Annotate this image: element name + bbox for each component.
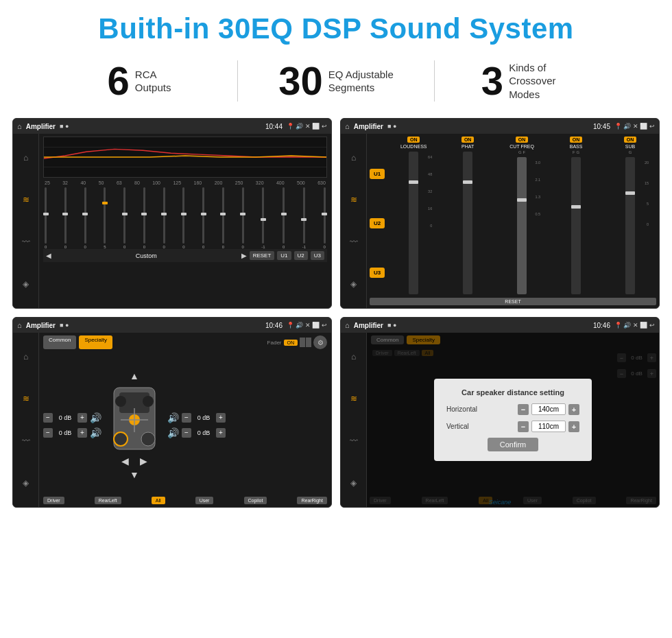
eq-slider-2: 0 — [64, 187, 67, 249]
fader-btn-driver[interactable]: Driver — [43, 497, 64, 504]
amp-sidebar-icon-3[interactable]: 〰 — [350, 237, 358, 247]
screen-fader-dots: ■ ● — [60, 322, 69, 329]
screen-amp-icons: 📍 🔊 ✕ ⬜ ↩ — [614, 123, 655, 130]
eq-sidebar-icon-1[interactable]: ⌂ — [23, 153, 28, 163]
u1-btn[interactable]: U1 — [277, 251, 291, 260]
fader-btn-user[interactable]: User — [195, 497, 214, 504]
eq-freq-labels: 25 32 40 50 63 80 100 125 160 200 250 32… — [43, 180, 327, 185]
modal-horizontal-label: Horizontal — [446, 405, 488, 413]
fader-minus-2[interactable]: − — [43, 428, 53, 438]
amp-u1-btn[interactable]: U1 — [370, 169, 385, 179]
home-icon[interactable]: ⌂ — [17, 122, 22, 130]
amp-phat-slider[interactable] — [463, 152, 472, 294]
screen-fader-icons: 📍 🔊 ✕ ⬜ ↩ — [287, 322, 327, 329]
home-icon-2[interactable]: ⌂ — [345, 122, 350, 130]
amp-channel-phat: ON PHAT — [442, 137, 494, 296]
eq-sidebar-icon-2[interactable]: ≋ — [23, 195, 29, 204]
eq-sidebar-icon-4[interactable]: ◈ — [23, 279, 29, 289]
modal-vertical-label: Vertical — [446, 423, 488, 430]
screen-eq-icons: 📍 🔊 ✕ ⬜ ↩ — [287, 123, 327, 130]
fader-content: − 0 dB + 🔊 − 0 dB + 🔊 — [43, 353, 327, 497]
u2-btn[interactable]: U2 — [294, 251, 308, 260]
screen-distance-title: Amplifier — [354, 322, 383, 329]
modal-horizontal-minus[interactable]: − — [518, 404, 529, 415]
fader-plus-2[interactable]: + — [77, 428, 87, 438]
dist-sidebar-icon-2[interactable]: ≋ — [350, 394, 357, 403]
amp-loudness-on[interactable]: ON — [407, 137, 420, 143]
fader-minus-3[interactable]: − — [182, 413, 191, 423]
amp-cutfreq-on[interactable]: ON — [516, 137, 529, 143]
fader-sidebar-icon-1[interactable]: ⌂ — [23, 352, 28, 362]
reset-btn[interactable]: RESET — [250, 251, 275, 260]
amp-bass-slider[interactable] — [571, 157, 581, 294]
amp-u-col: U1 U2 U3 — [370, 137, 385, 296]
amp-u2-btn[interactable]: U2 — [370, 218, 385, 228]
modal-horizontal-row: Horizontal − 140cm + — [446, 403, 579, 415]
next-arrow[interactable]: ▶ — [241, 252, 247, 259]
amp-sub-slider[interactable]: 20 15 5 0 — [625, 157, 635, 294]
amp-sidebar-icon-2[interactable]: ≋ — [350, 195, 357, 204]
fader-sidebar-icon-4[interactable]: ◈ — [23, 478, 29, 488]
confirm-button[interactable]: Confirm — [488, 438, 539, 451]
fader-plus-3[interactable]: + — [216, 413, 226, 423]
amp-bass-on[interactable]: ON — [570, 137, 583, 143]
stat-rca-number: 6 — [108, 61, 130, 101]
amp-sidebar-icon-4[interactable]: ◈ — [350, 279, 357, 289]
fader-btn-copilot[interactable]: Copilot — [244, 497, 267, 504]
fader-tab-common[interactable]: Common — [43, 335, 76, 349]
screen-amp: ⌂ Amplifier ■ ● 10:45 📍 🔊 ✕ ⬜ ↩ ⌂ ≋ 〰 ◈ … — [340, 118, 660, 309]
prev-arrow[interactable]: ◀ — [46, 252, 51, 259]
modal-horizontal-plus[interactable]: + — [568, 404, 579, 415]
svg-point-9 — [143, 396, 154, 407]
up-arrow-icon[interactable]: ▲ — [130, 370, 139, 381]
fader-btn-rearleft[interactable]: RearLeft — [95, 497, 121, 504]
dist-sidebar-icon-3[interactable]: 〰 — [350, 436, 358, 446]
fader-minus-1[interactable]: − — [43, 413, 53, 423]
fader-sidebar-icon-3[interactable]: 〰 — [22, 436, 30, 446]
dist-sidebar-icon-4[interactable]: ◈ — [350, 478, 357, 488]
fader-on-btn[interactable]: ON — [284, 340, 298, 346]
right-arrow-icon[interactable]: ▶ — [140, 456, 147, 466]
u3-btn[interactable]: U3 — [311, 251, 324, 260]
fader-speaker-icon-2: 🔊 — [90, 427, 101, 438]
svg-point-6 — [114, 432, 128, 446]
eq-slider-14: -1 — [302, 187, 306, 249]
fader-btn-all[interactable]: All — [152, 497, 165, 504]
fader-sidebar-icon-2[interactable]: ≋ — [23, 394, 29, 403]
fader-left: − 0 dB + 🔊 − 0 dB + 🔊 — [43, 412, 101, 438]
fader-plus-4[interactable]: + — [216, 428, 226, 438]
modal-vertical-plus[interactable]: + — [568, 421, 579, 432]
down-arrow-icon[interactable]: ▼ — [130, 469, 139, 480]
amp-cutfreq-slider[interactable]: 3.0 2.1 1.3 0.5 — [517, 157, 527, 294]
left-arrow-icon[interactable]: ◀ — [121, 456, 129, 466]
fader-minus-4[interactable]: − — [182, 428, 191, 438]
stat-crossover: 3 Kinds ofCrossover Modes — [435, 61, 631, 102]
modal-vertical-minus[interactable]: − — [518, 421, 529, 432]
fader-db-row-4: 🔊 − 0 dB + — [167, 427, 226, 438]
stat-eq-label: EQ AdjustableSegments — [328, 68, 394, 95]
dist-sidebar-icon-1[interactable]: ⌂ — [351, 352, 356, 362]
amp-loudness-slider[interactable]: 64 48 32 16 0 — [409, 152, 418, 294]
eq-slider-5: 0 — [123, 187, 125, 249]
amp-sidebar-icon-1[interactable]: ⌂ — [351, 153, 356, 163]
amp-channel-cutfreq: ON CUT FREQ G F 3.0 2.1 1.3 0.5 — [496, 137, 548, 296]
home-icon-3[interactable]: ⌂ — [17, 321, 22, 329]
fader-plus-1[interactable]: + — [77, 413, 87, 423]
fader-btn-rearright[interactable]: RearRight — [297, 497, 327, 504]
amp-u3-btn[interactable]: U3 — [370, 268, 385, 278]
eq-slider-9: 0 — [202, 187, 204, 249]
settings-icon[interactable]: ⚙ — [317, 339, 324, 346]
fader-speaker-icon-3: 🔊 — [167, 412, 179, 423]
amp-sub-on[interactable]: ON — [624, 137, 637, 143]
fader-center: ▲ — [107, 370, 162, 480]
amp-reset-btn[interactable]: RESET — [370, 298, 656, 305]
amp-phat-on[interactable]: ON — [461, 137, 475, 143]
eq-sidebar-icon-3[interactable]: 〰 — [22, 237, 30, 247]
fader-tab-specialty[interactable]: Specialty — [79, 335, 112, 349]
fader-db-row-3: 🔊 − 0 dB + — [167, 412, 226, 423]
home-icon-4[interactable]: ⌂ — [345, 321, 350, 329]
stats-row: 6 RCAOutputs 30 EQ AdjustableSegments 3 … — [0, 52, 672, 113]
modal-vertical-control: − 110cm + — [518, 421, 579, 432]
screen-eq-title: Amplifier — [26, 123, 56, 130]
fader-side-arrows: ◀ ▶ — [121, 456, 147, 466]
